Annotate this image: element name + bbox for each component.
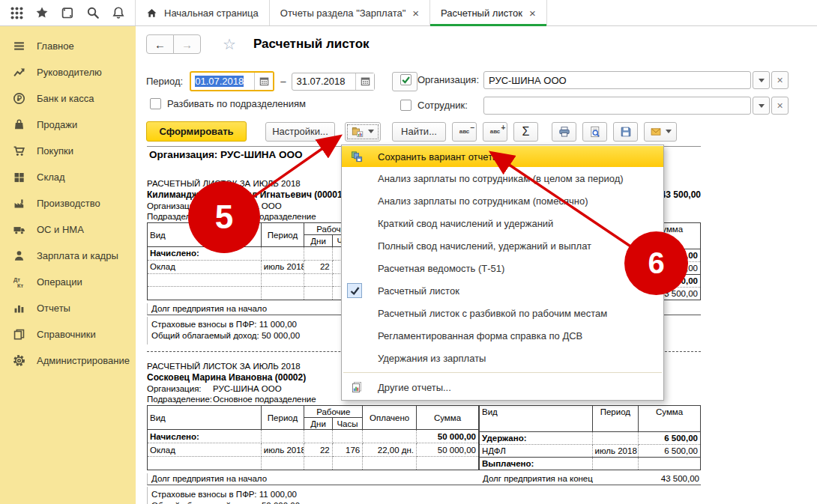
sidebar-item-0[interactable]: Главное xyxy=(0,33,136,59)
sidebar-item-10[interactable]: Отчеты xyxy=(0,295,136,321)
cell-days: 22 xyxy=(304,260,332,273)
sigma-icon: Σ xyxy=(522,125,530,139)
menu-item-3[interactable]: Краткий свод начислений и удержаний xyxy=(342,212,663,234)
save-button[interactable] xyxy=(613,122,638,142)
cart-icon xyxy=(12,144,26,158)
cell-paid: 22,00 дн. xyxy=(363,443,417,457)
sidebar-item-5[interactable]: Склад xyxy=(0,164,136,190)
sidebar-item-11[interactable]: Справочники xyxy=(0,321,136,347)
sidebar-item-3[interactable]: Продажи xyxy=(0,112,136,138)
trend-icon xyxy=(12,65,26,79)
sum-button[interactable]: Σ xyxy=(513,122,538,142)
organization-checkbox[interactable] xyxy=(400,74,411,85)
period-from-field[interactable]: 01.07.2018 xyxy=(190,71,274,91)
tab-close-icon[interactable]: × xyxy=(412,7,419,19)
menu-item-9[interactable]: Удержания из зарплаты xyxy=(342,347,663,369)
report-variants-button[interactable] xyxy=(345,122,381,142)
menu-item-7[interactable]: Расчетный листок с разбивкой по рабочим … xyxy=(342,302,663,324)
calendar-icon xyxy=(361,76,370,86)
menu-item-0[interactable]: Сохранить вариант отчета... xyxy=(342,146,663,167)
employee-clear-button[interactable]: × xyxy=(771,97,789,115)
increase-font-button[interactable]: авс+ xyxy=(483,122,507,142)
back-button[interactable]: ← xyxy=(146,34,174,54)
col-sum: Сумма xyxy=(639,406,701,432)
calendar-icon xyxy=(259,76,269,86)
tab-0[interactable]: Начальная страница xyxy=(136,0,270,25)
tab-label: Начальная страница xyxy=(164,7,259,19)
employee-dropdown-button[interactable] xyxy=(753,97,770,115)
table-row: Начислено:50 000,00 xyxy=(148,430,479,443)
split-by-department-checkbox[interactable] xyxy=(150,98,161,109)
cell-days: 22 xyxy=(304,443,332,457)
menu-item-label: Краткий свод начислений и удержаний xyxy=(378,218,553,229)
menu-item-4[interactable]: Полный свод начислений, удержаний и выпл… xyxy=(342,234,663,257)
cell-vid xyxy=(148,273,262,287)
department-value: Основное подразделение xyxy=(213,395,316,404)
period-to-value[interactable]: 31.07.2018 xyxy=(292,76,355,87)
sidebar-item-4[interactable]: Покупки xyxy=(0,138,136,164)
history-icon[interactable] xyxy=(58,4,76,22)
decrease-font-button[interactable]: авс− xyxy=(452,122,477,142)
forward-button[interactable]: → xyxy=(173,34,201,54)
employee-field[interactable] xyxy=(483,97,751,115)
period-to-field[interactable]: 31.07.2018 xyxy=(292,73,375,91)
print-preview-icon xyxy=(589,126,601,138)
sidebar-item-1[interactable]: Руководителю xyxy=(0,59,136,85)
preview-button[interactable] xyxy=(582,122,607,142)
print-button[interactable] xyxy=(552,122,576,142)
employee-checkbox[interactable] xyxy=(400,100,411,111)
sidebar-item-8[interactable]: Зарплата и кадры xyxy=(0,243,136,269)
sidebar-item-6[interactable]: Производство xyxy=(0,190,136,216)
cell-vid: Выплачено: xyxy=(480,458,593,470)
notifications-bell-icon[interactable] xyxy=(109,4,127,22)
send-email-button[interactable] xyxy=(644,122,677,142)
menu-item-label: Регламентированная форма справка по ДСВ xyxy=(378,330,582,341)
report-variants-menu: Сохранить вариант отчета...Анализ зарпла… xyxy=(341,145,664,401)
menu-item-1[interactable]: Анализ зарплаты по сотрудникам (в целом … xyxy=(342,167,663,189)
person-icon xyxy=(12,249,26,263)
menu-item-label: Анализ зарплаты по сотрудникам (в целом … xyxy=(378,173,624,184)
sidebar-item-9[interactable]: ДтКтОперации xyxy=(0,269,136,295)
sidebar-item-label: ОС и НМА xyxy=(37,224,84,235)
col-vid: Вид xyxy=(148,406,262,430)
organization-dropdown-button[interactable] xyxy=(753,71,770,89)
main-menu-icon[interactable] xyxy=(7,4,25,22)
report-variants-icon xyxy=(352,126,364,138)
cell-period xyxy=(592,432,639,445)
tab-close-icon[interactable]: × xyxy=(529,7,536,19)
debt-end-label: Долг предприятия на конец xyxy=(483,474,593,483)
sidebar-item-label: Отчеты xyxy=(37,303,70,314)
col-period: Период xyxy=(261,223,304,247)
settings-button[interactable]: Настройки... xyxy=(265,122,335,142)
calendar-button[interactable] xyxy=(355,73,374,90)
menu-item-8[interactable]: Регламентированная форма справка по ДСВ xyxy=(342,324,663,347)
favorite-star-icon[interactable]: ☆ xyxy=(223,35,236,53)
menu-item-6[interactable]: Расчетный листок xyxy=(342,279,663,302)
checkmark-icon xyxy=(401,75,411,85)
tab-1[interactable]: Отчеты раздела "Зарплата"× xyxy=(270,0,430,25)
cell-sum: 50 000,00 xyxy=(417,443,479,457)
calendar-button[interactable] xyxy=(254,73,273,90)
menu-item-11[interactable]: Другие отчеты... xyxy=(342,376,663,398)
cell-paid xyxy=(363,430,417,443)
tab-2[interactable]: Расчетный листок× xyxy=(430,0,547,25)
period-from-value[interactable]: 01.07.2018 xyxy=(195,76,244,87)
organization-clear-button[interactable]: × xyxy=(771,71,789,89)
search-icon[interactable] xyxy=(84,4,102,22)
favorites-icon[interactable] xyxy=(33,4,51,22)
col-days: Дни xyxy=(304,235,332,247)
organization-field[interactable]: РУС-ШИНА ООО xyxy=(483,71,751,89)
find-button[interactable]: Найти... xyxy=(392,122,446,142)
sidebar-item-12[interactable]: Администрирование xyxy=(0,347,136,374)
sidebar-item-2[interactable]: Банк и касса xyxy=(0,85,136,112)
menu-item-label: Полный свод начислений, удержаний и выпл… xyxy=(378,240,591,252)
app-window: Начальная страницаОтчеты раздела "Зарпла… xyxy=(0,0,817,504)
sidebar-item-7[interactable]: ОС и НМА xyxy=(0,216,136,243)
sidebar-item-label: Главное xyxy=(37,40,74,52)
menu-item-5[interactable]: Расчетная ведомость (Т-51) xyxy=(342,257,663,279)
menu-item-label: Другие отчеты... xyxy=(378,382,451,393)
generate-button[interactable]: Сформировать xyxy=(146,121,247,142)
menu-item-2[interactable]: Анализ зарплаты по сотрудникам (помесячн… xyxy=(342,189,663,212)
table-row: НДФЛиюль 20186 500,00 xyxy=(480,445,701,458)
tab-label: Отчеты раздела "Зарплата" xyxy=(280,7,406,19)
